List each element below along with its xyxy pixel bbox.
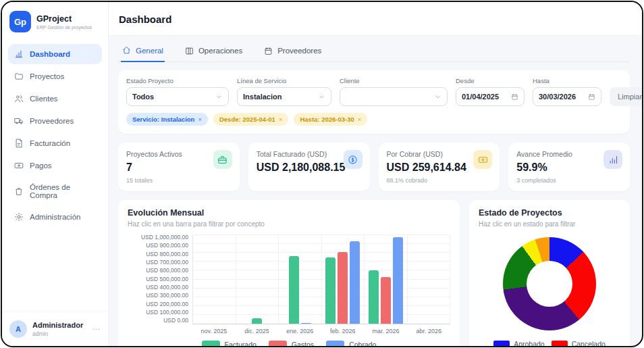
filter-chip-desde[interactable]: Desde: 2025-04-01 ×	[213, 113, 288, 126]
chevron-down-icon	[215, 93, 223, 101]
bar-cobrado[interactable]	[301, 323, 311, 324]
legend-item-cancelado[interactable]: Cancelado	[552, 340, 606, 346]
sidebar-item-administracion[interactable]: Administración	[8, 207, 102, 227]
clear-filters-button[interactable]: Limpiar	[610, 87, 642, 106]
stat-sub: 88.1% cobrado	[387, 177, 492, 184]
bar-facturado[interactable]	[289, 256, 299, 324]
bar-group	[279, 235, 322, 324]
close-icon[interactable]: ×	[358, 116, 362, 123]
legend-swatch	[326, 341, 344, 346]
hasta-date-input[interactable]: 30/03/2026	[533, 87, 601, 106]
bar-group	[365, 235, 408, 324]
close-icon[interactable]: ×	[198, 116, 202, 123]
truck-icon	[14, 116, 24, 126]
project-status-card: Estado de Proyectos Haz clic en un estad…	[469, 200, 630, 346]
stat-card-total-facturado: Total Facturado (USD) USD 2,180,088.15	[248, 143, 370, 191]
bar-cobrado[interactable]	[350, 241, 360, 324]
sidebar-item-pagos[interactable]: Pagos	[8, 155, 102, 176]
sidebar-item-ordenes-de-compra[interactable]: Órdenes de Compra	[8, 178, 102, 205]
legend-swatch	[493, 341, 510, 347]
legend-item-aprobado[interactable]: Aprobado	[493, 340, 545, 346]
tab-proveedores[interactable]: Proveedores	[263, 42, 323, 61]
bar-facturado[interactable]	[325, 257, 336, 324]
sidebar-item-label: Pagos	[30, 161, 52, 170]
brand-subtitle: ERP Gestión de proyectos	[36, 25, 92, 30]
y-tick-label: USD 700,000.00	[128, 259, 188, 266]
y-tick-label: USD 1,000,000.00	[128, 234, 188, 241]
legend-label: Gastos	[292, 341, 314, 346]
user-name: Administrador	[32, 321, 83, 329]
sidebar-item-label: Órdenes de Compra	[30, 183, 96, 199]
y-tick-label: USD 200,000.00	[128, 301, 188, 307]
sidebar-item-label: Clientes	[30, 95, 58, 103]
calendar-icon	[588, 93, 595, 101]
x-tick-label: mar. 2026	[365, 328, 408, 334]
desde-date-input[interactable]: 01/04/2025	[456, 87, 525, 106]
filter-chip-hasta[interactable]: Hasta: 2026-03-30 ×	[294, 113, 367, 126]
stat-sub: 15 totales	[126, 177, 232, 184]
filter-chips: Servicio: Instalacion × Desde: 2025-04-0…	[126, 113, 622, 126]
users-icon	[14, 94, 24, 103]
tab-operaciones[interactable]: Operaciones	[184, 42, 244, 61]
bar-facturado[interactable]	[369, 270, 379, 324]
y-tick-label: USD 600,000.00	[128, 268, 188, 274]
cliente-select[interactable]	[340, 87, 448, 106]
legend-label: Aprobado	[514, 340, 545, 346]
tab-general[interactable]: General	[121, 42, 165, 62]
bar-groups	[193, 235, 450, 324]
bar-gastos[interactable]	[381, 277, 391, 324]
sidebar-item-proyectos[interactable]: Proyectos	[8, 66, 102, 86]
field-label: Hasta	[533, 77, 601, 84]
page-title: Dashboard	[119, 14, 631, 25]
filter-field-desde: Desde 01/04/2025	[456, 77, 525, 106]
chart-title: Evolución Mensual	[128, 208, 450, 218]
sidebar-item-clientes[interactable]: Clientes	[8, 89, 102, 109]
y-tick-label: USD 800,000.00	[128, 251, 188, 257]
stat-sub: 3 completados	[516, 177, 622, 184]
bar-chart-legend: FacturadoGastosCobrado	[128, 341, 450, 346]
legend-item-facturado[interactable]: Facturado	[202, 341, 257, 346]
user-profile[interactable]: A Administrador admin ⋯	[2, 312, 108, 346]
bar-cobrado[interactable]	[393, 237, 403, 324]
bar-facturado[interactable]	[252, 318, 262, 324]
filter-row: Estado Proyecto Todos Línea de Servicio …	[126, 77, 622, 106]
chart-subtitle: Haz clic en una barra para filtrar por c…	[128, 220, 450, 228]
tab-label: Proveedores	[277, 47, 321, 55]
chip-label: Servicio: Instalacion	[132, 116, 194, 123]
x-tick-label: feb. 2026	[321, 328, 365, 334]
banknote-icon	[473, 150, 492, 169]
gear-icon	[14, 212, 24, 222]
user-menu-icon[interactable]: ⋯	[92, 324, 101, 334]
legend-label: Cobrado	[349, 341, 376, 346]
legend-item-gastos[interactable]: Gastos	[269, 341, 314, 346]
chip-label: Hasta: 2026-03-30	[300, 116, 354, 123]
stat-card-avance-promedio: Avance Promedio 59.9% 3 completados	[508, 143, 630, 191]
monthly-evolution-card: Evolución Mensual Haz clic en una barra …	[118, 200, 460, 346]
linea-servicio-select[interactable]: Instalacion	[237, 87, 331, 106]
estado-proyecto-select[interactable]: Todos	[126, 87, 229, 106]
stat-card-por-cobrar: Por Cobrar (USD) USD 259,614.84 88.1% co…	[379, 143, 500, 191]
y-tick-label: USD 0.00	[128, 318, 188, 324]
charts-row: Evolución Mensual Haz clic en una barra …	[118, 200, 630, 346]
bar-gastos[interactable]	[338, 252, 348, 324]
y-axis: USD 1,000,000.00USD 900,000.00USD 800,00…	[128, 235, 192, 324]
sidebar-item-dashboard[interactable]: Dashboard	[8, 44, 102, 64]
package-icon	[14, 187, 24, 196]
close-icon[interactable]: ×	[279, 116, 283, 123]
x-tick-label: nov. 2025	[192, 328, 236, 334]
filter-chip-servicio[interactable]: Servicio: Instalacion ×	[126, 113, 208, 126]
chart-title: Estado de Proyectos	[479, 208, 620, 218]
calendar-icon	[511, 93, 518, 101]
bar-chart-icon	[14, 49, 24, 59]
clipboard-icon	[264, 47, 273, 55]
tab-bar: General Operaciones Proveedores	[118, 36, 630, 62]
sidebar-item-facturacion[interactable]: Facturación	[8, 133, 102, 153]
status-donut-chart[interactable]	[503, 237, 596, 330]
select-value: Instalacion	[243, 93, 281, 101]
bar-plot-area	[192, 235, 450, 324]
legend-item-cobrado[interactable]: Cobrado	[326, 341, 376, 346]
sidebar-item-proveedores[interactable]: Proveedores	[8, 111, 102, 131]
legend-swatch	[269, 341, 287, 346]
user-role: admin	[32, 330, 83, 337]
sidebar-item-label: Facturación	[30, 139, 70, 147]
